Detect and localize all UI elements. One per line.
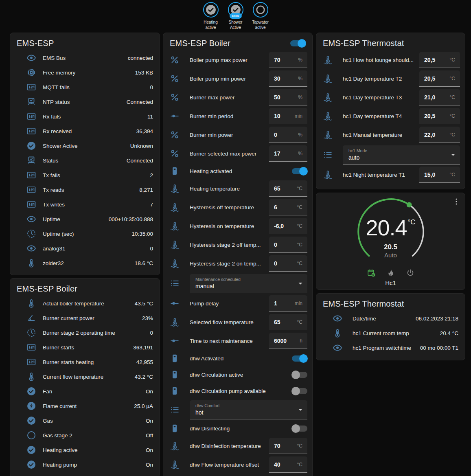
input-row[interactable]: Hysteresis stage 2 on temp...0°C	[163, 254, 312, 273]
entity-row[interactable]: Tx reads8,271	[10, 182, 160, 197]
number-input[interactable]: 6°C	[269, 199, 307, 215]
entity-row[interactable]: Flame current25.0 µA	[10, 399, 160, 413]
entity-row[interactable]: Free memory153 KB	[10, 65, 160, 80]
entity-row[interactable]: Burner starts363,191	[10, 340, 160, 355]
input-row[interactable]: hc1 Day temperature T220,5°C	[316, 69, 465, 88]
number-input[interactable]: 0%	[269, 127, 307, 143]
entity-row[interactable]: Burner stage 2 operating time0	[10, 325, 160, 340]
toggle-switch[interactable]	[292, 388, 307, 394]
toggle-row[interactable]: Heating activated	[163, 163, 312, 179]
select-row[interactable]: dhw Comforthot	[163, 399, 312, 420]
number-input[interactable]: 15,0°C	[419, 167, 460, 183]
entity-row[interactable]: Uptime000+10:35:00.888	[10, 212, 160, 226]
badge-heating-active[interactable]: Heating active	[199, 2, 222, 30]
toggle-switch[interactable]	[292, 372, 307, 378]
input-row[interactable]: Burner selected max power17%	[163, 144, 312, 163]
input-row[interactable]: Boiler pump max power70%	[163, 50, 312, 69]
number-input[interactable]: 20,5°C	[419, 70, 460, 87]
dropdown[interactable]: hc1 Modeauto	[343, 145, 460, 165]
badge-shower-active[interactable]: UNKShower Active	[224, 2, 247, 30]
auto-mode-button[interactable]	[367, 268, 376, 277]
heat-mode-button[interactable]	[386, 268, 395, 277]
number-input[interactable]: 6000h	[269, 333, 307, 349]
number-input[interactable]: 65°C	[269, 314, 307, 330]
entity-row[interactable]: EMS Busconnected	[10, 50, 160, 65]
toggle-switch[interactable]	[292, 426, 307, 432]
power-off-mode-button[interactable]	[406, 268, 415, 277]
input-row[interactable]: dhw Flow temperature offset40°C	[163, 455, 312, 474]
card-header-toggle[interactable]	[290, 40, 306, 46]
input-row[interactable]: Time to next maintenance6000h	[163, 331, 312, 350]
entity-row[interactable]: Rx received36,394	[10, 124, 160, 138]
entity-row[interactable]: FanOn	[10, 384, 160, 399]
number-input[interactable]: 65°C	[269, 180, 307, 197]
number-input[interactable]: -6,0°C	[269, 218, 307, 234]
entity-row[interactable]: MQTT fails0	[10, 80, 160, 94]
thermostat-dial[interactable]: 20.4 °C 20.5 Auto	[352, 196, 429, 258]
entity-row[interactable]: Heating activeOn	[10, 443, 160, 457]
input-row[interactable]: Hysteresis off temperature6°C	[163, 198, 312, 217]
number-input[interactable]: 22,0°C	[419, 127, 460, 143]
input-row[interactable]: Pump delay1min	[163, 294, 312, 313]
select-row[interactable]: hc1 Modeauto	[316, 144, 465, 165]
entity-row[interactable]: Tx fails2	[10, 168, 160, 182]
kebab-menu-icon[interactable]	[452, 197, 461, 206]
input-row[interactable]: Burner min period10min	[163, 107, 312, 125]
number-input[interactable]: 70°C	[269, 438, 307, 454]
input-row[interactable]: hc1 Manual temperature22,0°C	[316, 125, 465, 144]
entity-row[interactable]: Actual boiler temperature43.5 °C	[10, 296, 160, 311]
dropdown[interactable]: dhw Comforthot	[190, 400, 307, 419]
number-input[interactable]: 20,5°C	[419, 108, 460, 124]
entity-row[interactable]: Tx writes7	[10, 197, 160, 212]
number-input[interactable]: 40°C	[269, 456, 307, 473]
entity-row[interactable]: Burner starts heating42,955	[10, 355, 160, 369]
badge-tapwater-active[interactable]: Tapwater active	[249, 2, 272, 30]
entity-row[interactable]: Shower ActiveUnknown	[10, 138, 160, 153]
number-input[interactable]: 20,5°C	[419, 52, 460, 68]
toggle-switch[interactable]	[292, 168, 307, 174]
number-input[interactable]: 70%	[269, 52, 307, 68]
dial-handle[interactable]	[406, 202, 412, 207]
number-input[interactable]: 30%	[269, 70, 307, 87]
number-input[interactable]: 50%	[269, 89, 307, 105]
toggle-row[interactable]: dhw Activated	[163, 350, 312, 366]
input-row[interactable]: Heating temperature65°C	[163, 179, 312, 198]
toggle-row[interactable]: dhw Disinfecting	[163, 420, 312, 437]
entity-row[interactable]: Heating pumpOn	[10, 457, 160, 472]
number-input[interactable]: 0°C	[269, 237, 307, 253]
number-input[interactable]: 21,0°C	[419, 89, 460, 105]
input-row[interactable]: hc1 Day temperature T420,5°C	[316, 107, 465, 125]
input-row[interactable]: Hysteresis stage 2 off temp...0°C	[163, 235, 312, 254]
toggle-row[interactable]: dhw Circulation pump available	[163, 383, 312, 399]
input-row[interactable]: Selected flow temperature65°C	[163, 313, 312, 331]
input-row[interactable]: Hysteresis on temperature-6,0°C	[163, 217, 312, 235]
input-row[interactable]: Boiler pump min power30%	[163, 69, 312, 88]
entity-row[interactable]: hc1 Program switchtime00 mo 00:00 T1	[316, 340, 465, 355]
number-input[interactable]: 10min	[269, 108, 307, 124]
input-row[interactable]: Burner min power0%	[163, 125, 312, 144]
entity-row[interactable]: StatusConnected	[10, 153, 160, 168]
toggle-switch[interactable]	[292, 355, 307, 362]
entity-row[interactable]: Rx fails11	[10, 109, 160, 124]
input-row[interactable]: hc1 Night temperature T115,0°C	[316, 165, 465, 184]
entity-row[interactable]: zolder3218.6 °C	[10, 256, 160, 270]
entity-row[interactable]: Gas stage 2Off	[10, 428, 160, 443]
entity-row[interactable]: Date/time06.02.2023 21:18	[316, 311, 465, 326]
input-row[interactable]: dhw Disinfection temperature70°C	[163, 437, 312, 455]
dropdown[interactable]: Maintenance scheduledmanual	[190, 274, 307, 293]
select-row[interactable]: Maintenance scheduledmanual	[163, 273, 312, 294]
input-row[interactable]: hc1 Day temperature T321,0°C	[316, 88, 465, 107]
entity-row[interactable]: NTP statusConnected	[10, 94, 160, 109]
entity-row[interactable]: hc1 Current room temp20.4 °C	[316, 326, 465, 340]
number-input[interactable]: 17%	[269, 145, 307, 162]
entity-row[interactable]: Current flow temperature43.2 °C	[10, 369, 160, 384]
entity-row[interactable]: GasOn	[10, 413, 160, 428]
input-row[interactable]: hc1 How hot lounge should...20,5°C	[316, 50, 465, 69]
entity-row[interactable]: Uptime (sec)10:35:00	[10, 226, 160, 241]
toggle-row[interactable]: dhw Circulation active	[163, 366, 312, 383]
number-input[interactable]: 0°C	[269, 255, 307, 272]
number-input[interactable]: 1min	[269, 295, 307, 311]
entity-row[interactable]: analog310	[10, 241, 160, 256]
entity-row[interactable]: Burner current power23%	[10, 311, 160, 325]
input-row[interactable]: Burner max power50%	[163, 88, 312, 107]
